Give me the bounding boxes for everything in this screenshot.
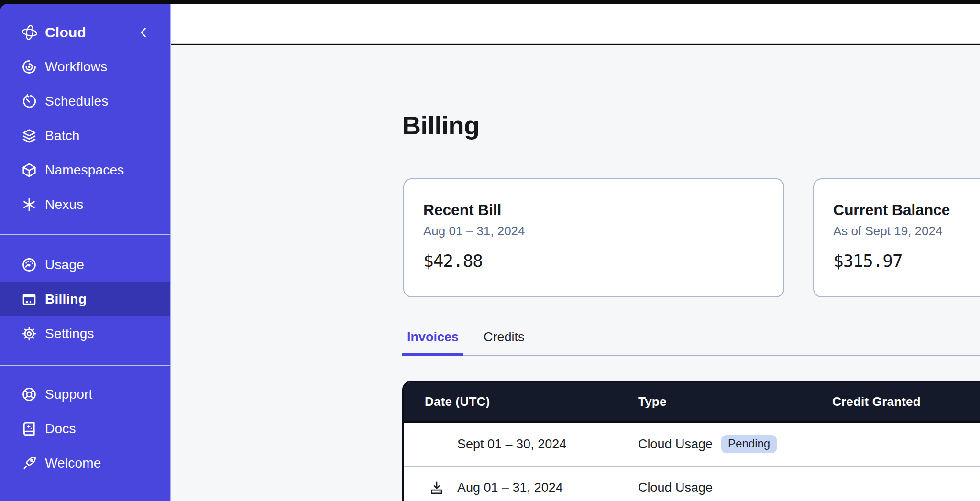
sidebar-item-billing[interactable]: Billing [0, 282, 170, 316]
sidebar-item-label: Support [45, 387, 92, 402]
nexus-icon [21, 196, 37, 213]
cell-date: Aug 01 – 31, 2024 [404, 479, 638, 496]
card-period: Aug 01 – 31, 2024 [423, 224, 764, 239]
sidebar-item-support[interactable]: Support [0, 377, 170, 412]
download-invoice-icon[interactable] [429, 479, 445, 496]
sidebar-item-schedules[interactable]: Schedules [0, 84, 170, 119]
invoice-date: Aug 01 – 31, 2024 [457, 480, 563, 495]
sidebar-item-usage[interactable]: Usage [0, 248, 170, 282]
sidebar-nav-account: Usage Billing [0, 248, 170, 351]
cell-type: Cloud Usage Pending [638, 435, 832, 453]
page-title: Billing [402, 110, 479, 141]
cell-date: Sept 01 – 30, 2024 [404, 436, 638, 452]
card-period: As of Sept 19, 2024 [833, 224, 980, 239]
support-lifebuoy-icon [21, 386, 37, 403]
sidebar: Cloud Workflows [0, 4, 171, 501]
recent-bill-card: Recent Bill Aug 01 – 31, 2024 $42.88 [403, 178, 784, 297]
download-slot-empty [429, 436, 445, 452]
sidebar-item-label: Docs [45, 421, 76, 436]
tab-invoices[interactable]: Invoices [402, 329, 463, 356]
column-header-credit-granted: Credit Granted [832, 394, 980, 409]
invoices-table: Date (UTC) Type Credit Granted Sept 01 –… [402, 381, 980, 501]
chevron-left-icon[interactable] [136, 25, 151, 40]
table-row: Aug 01 – 31, 2024 Cloud Usage [404, 466, 980, 501]
app-window: Cloud Workflows [0, 0, 980, 501]
temporal-cloud-logo-icon [21, 24, 38, 41]
usage-gauge-icon [21, 257, 37, 273]
card-title: Current Balance [833, 201, 980, 219]
workflows-icon [21, 59, 37, 75]
sidebar-item-label: Welcome [45, 456, 101, 471]
status-badge: Pending [721, 435, 777, 453]
top-bar [171, 4, 980, 44]
batch-icon [21, 128, 37, 144]
sidebar-item-nexus[interactable]: Nexus [0, 187, 170, 222]
settings-gear-icon [21, 326, 37, 342]
sidebar-nav-primary: Workflows Schedules [0, 50, 170, 222]
billing-tabs: Invoices Credits [402, 329, 980, 356]
sidebar-nav-footer: Support Docs [0, 377, 170, 480]
card-title: Recent Bill [423, 201, 764, 219]
welcome-rocket-icon [21, 455, 37, 471]
billing-summary-cards: Recent Bill Aug 01 – 31, 2024 $42.88 Cur… [403, 178, 980, 297]
invoice-date: Sept 01 – 30, 2024 [457, 437, 566, 452]
schedules-icon [21, 93, 37, 109]
sidebar-item-workflows[interactable]: Workflows [0, 50, 170, 84]
table-header: Date (UTC) Type Credit Granted [404, 382, 980, 423]
billing-card-icon [21, 291, 37, 307]
docs-book-icon [21, 421, 37, 437]
sidebar-item-label: Batch [45, 128, 80, 143]
sidebar-item-label: Settings [45, 326, 94, 341]
sidebar-item-docs[interactable]: Docs [0, 412, 170, 446]
table-row: Sept 01 – 30, 2024 Cloud Usage Pending [404, 423, 980, 466]
current-balance-card: Current Balance As of Sept 19, 2024 $315… [813, 178, 980, 297]
namespaces-icon [21, 162, 37, 178]
sidebar-item-settings[interactable]: Settings [0, 316, 170, 351]
sidebar-item-batch[interactable]: Batch [0, 119, 170, 153]
card-amount: $315.97 [833, 251, 980, 271]
sidebar-item-label: Billing [45, 292, 87, 307]
cell-type: Cloud Usage [638, 480, 832, 495]
brand-label: Cloud [45, 24, 86, 41]
invoice-type: Cloud Usage [638, 480, 713, 495]
sidebar-divider [0, 365, 170, 366]
sidebar-divider [0, 234, 170, 235]
sidebar-item-label: Nexus [45, 197, 83, 212]
brand: Cloud [0, 15, 170, 50]
invoice-type: Cloud Usage [638, 437, 713, 452]
card-amount: $42.88 [423, 251, 764, 271]
sidebar-item-welcome[interactable]: Welcome [0, 446, 170, 480]
main-content: Billing Recent Bill Aug 01 – 31, 2024 $4… [171, 45, 980, 501]
sidebar-item-label: Namespaces [45, 163, 124, 178]
sidebar-item-label: Usage [45, 257, 84, 272]
column-header-date: Date (UTC) [404, 394, 638, 409]
tab-credits[interactable]: Credits [479, 329, 529, 356]
sidebar-item-label: Workflows [45, 59, 107, 75]
sidebar-item-namespaces[interactable]: Namespaces [0, 153, 170, 187]
column-header-type: Type [638, 394, 832, 409]
sidebar-item-label: Schedules [45, 94, 109, 109]
